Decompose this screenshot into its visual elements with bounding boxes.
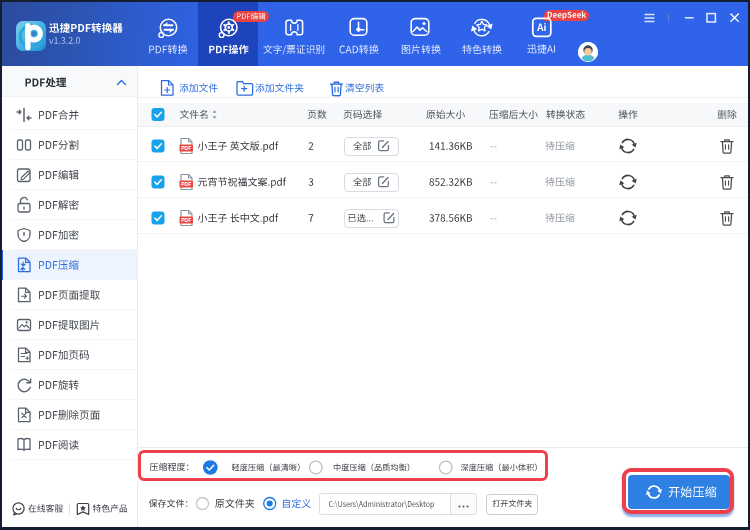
svg-text:PDF: PDF: [181, 217, 191, 223]
svg-text:PDF: PDF: [181, 181, 191, 187]
svg-text:PDF: PDF: [181, 145, 191, 151]
